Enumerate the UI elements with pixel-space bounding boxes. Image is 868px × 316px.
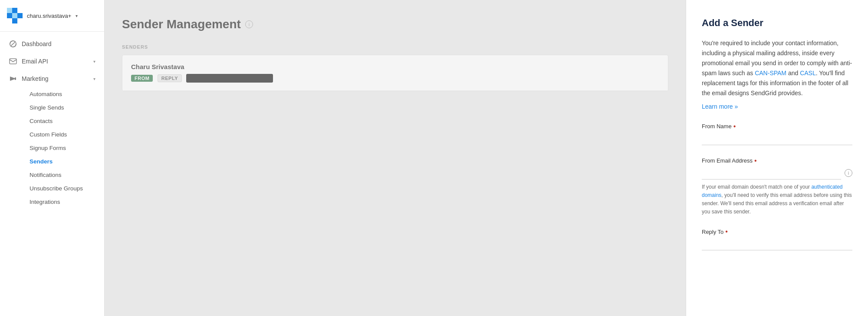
account-chevron-icon: ▾ xyxy=(76,13,78,18)
panel-description: You're required to include your contact … xyxy=(702,38,852,99)
reply-to-required: • xyxy=(725,228,728,235)
panel-title: Add a Sender xyxy=(702,17,852,29)
page-title-info-icon[interactable]: i xyxy=(245,20,253,28)
from-name-required: • xyxy=(733,123,736,130)
sender-info: Charu Srivastava FROM REPLY xyxy=(131,63,273,83)
reply-to-label: Reply To • xyxy=(702,228,852,235)
reply-to-input[interactable] xyxy=(702,238,852,250)
from-email-info-icon[interactable]: i xyxy=(845,169,852,177)
from-email-input-wrap: From Email Address • xyxy=(702,157,841,180)
marketing-chevron-icon: ▾ xyxy=(93,77,95,81)
from-email-input[interactable] xyxy=(702,167,841,180)
brand-logo xyxy=(7,8,23,23)
page-title-row: Sender Management i xyxy=(122,17,668,31)
reply-to-label-text: Reply To xyxy=(702,229,723,235)
svg-rect-8 xyxy=(15,77,16,80)
redacted-email xyxy=(186,74,273,83)
from-email-field: From Email Address • i If your email dom… xyxy=(702,157,852,216)
from-name-label-text: From Name xyxy=(702,123,732,130)
sidebar-item-contacts[interactable]: Contacts xyxy=(21,114,104,128)
sidebar-item-senders[interactable]: Senders xyxy=(21,155,104,168)
senders-table: Charu Srivastava FROM REPLY xyxy=(122,55,668,91)
sidebar-item-notifications[interactable]: Notifications xyxy=(21,168,104,182)
reply-to-field: Reply To • xyxy=(702,228,852,250)
sidebar: charu.srivastava+ ▾ Dashboard Email API xyxy=(0,0,105,316)
table-row: Charu Srivastava FROM REPLY xyxy=(122,55,668,91)
main-content: Sender Management i SENDERS Charu Srivas… xyxy=(105,0,686,316)
authenticated-domains-link[interactable]: authenticated domains xyxy=(702,184,842,198)
sender-name: Charu Srivastava xyxy=(131,63,273,70)
learn-more-link[interactable]: Learn more » xyxy=(702,103,738,110)
email-api-chevron-icon: ▾ xyxy=(93,59,95,64)
marketing-label: Marketing xyxy=(22,75,48,82)
from-name-label: From Name • xyxy=(702,123,852,130)
svg-rect-5 xyxy=(17,13,23,18)
reply-badge: REPLY xyxy=(158,74,182,82)
svg-rect-6 xyxy=(10,59,16,64)
add-sender-panel: Add a Sender You're required to include … xyxy=(686,0,868,316)
svg-rect-2 xyxy=(7,13,12,18)
sidebar-item-custom-fields[interactable]: Custom Fields xyxy=(21,128,104,141)
from-email-hint: If your email domain doesn't match one o… xyxy=(702,183,852,216)
sidebar-item-signup-forms[interactable]: Signup Forms xyxy=(21,141,104,155)
email-api-label-row: Email API ▾ xyxy=(22,58,95,65)
from-email-label-text: From Email Address xyxy=(702,157,753,164)
sidebar-item-marketing[interactable]: Marketing ▾ xyxy=(0,70,104,87)
email-api-icon xyxy=(9,57,17,66)
from-email-required: • xyxy=(754,157,757,164)
page-title: Sender Management xyxy=(122,17,241,31)
sidebar-item-dashboard[interactable]: Dashboard xyxy=(0,35,104,53)
sidebar-item-email-api[interactable]: Email API ▾ xyxy=(0,53,104,70)
desc-text-2: and xyxy=(786,70,800,77)
email-api-label: Email API xyxy=(22,58,48,65)
sidebar-header[interactable]: charu.srivastava+ ▾ xyxy=(0,0,104,32)
sidebar-item-unsubscribe-groups[interactable]: Unsubscribe Groups xyxy=(21,182,104,195)
svg-rect-4 xyxy=(12,18,17,23)
dashboard-icon xyxy=(9,40,17,48)
from-name-field: From Name • xyxy=(702,123,852,145)
from-email-label: From Email Address • xyxy=(702,157,841,164)
svg-rect-0 xyxy=(7,8,12,13)
svg-rect-1 xyxy=(12,8,17,13)
from-name-input[interactable] xyxy=(702,133,852,145)
from-email-row: From Email Address • i xyxy=(702,157,852,180)
from-badge: FROM xyxy=(131,75,153,82)
sidebar-item-single-sends[interactable]: Single Sends xyxy=(21,101,104,114)
sidebar-item-automations[interactable]: Automations xyxy=(21,87,104,101)
senders-section-label: SENDERS xyxy=(122,44,668,50)
svg-rect-3 xyxy=(12,13,17,18)
sidebar-item-integrations[interactable]: Integrations xyxy=(21,195,104,209)
marketing-icon xyxy=(9,74,17,83)
casl-link[interactable]: CASL xyxy=(800,70,816,77)
marketing-subnav: Automations Single Sends Contacts Custom… xyxy=(0,87,104,209)
account-name: charu.srivastava+ xyxy=(27,13,71,19)
sidebar-nav: Dashboard Email API ▾ xyxy=(0,32,104,212)
can-spam-link[interactable]: CAN-SPAM xyxy=(755,70,786,77)
dashboard-label: Dashboard xyxy=(22,40,52,47)
marketing-label-row: Marketing ▾ xyxy=(22,75,95,82)
